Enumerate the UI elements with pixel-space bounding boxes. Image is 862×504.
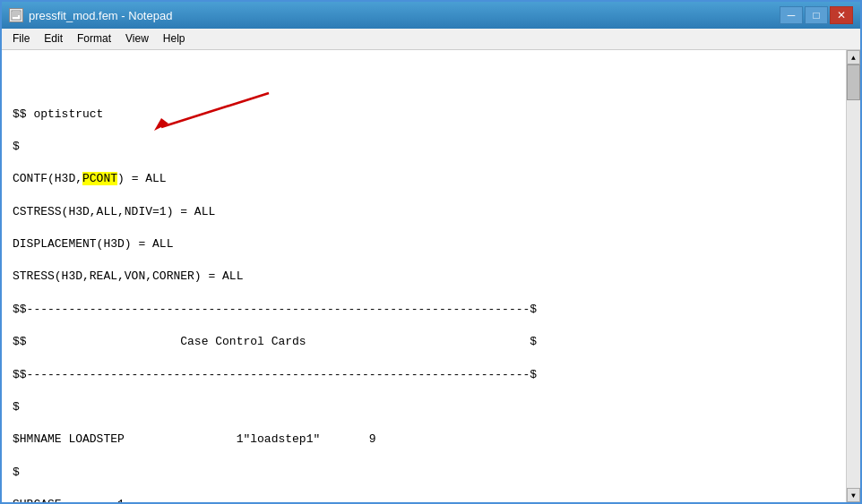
line-11: $HMNAME LOADSTEP 1"loadstep1" 9 xyxy=(13,431,835,448)
maximize-button[interactable]: □ xyxy=(805,6,828,24)
line-2: $ xyxy=(13,139,835,155)
line-7: $$--------------------------------------… xyxy=(13,302,835,318)
window-title: pressfit_mod.fem - Notepad xyxy=(29,9,172,22)
line-4: CSTRESS(H3D,ALL,NDIV=1) = ALL xyxy=(13,204,835,220)
close-button[interactable]: ✕ xyxy=(830,6,853,24)
scroll-down-arrow[interactable]: ▼ xyxy=(847,488,860,502)
content-area: $$ optistruct $ CONTF(H3D,PCONT) = ALL C… xyxy=(2,50,860,502)
window-controls: ─ □ ✕ xyxy=(780,6,853,24)
menu-format[interactable]: Format xyxy=(70,30,118,47)
line-12: $ xyxy=(13,465,835,481)
main-window: pressfit_mod.fem - Notepad ─ □ ✕ File Ed… xyxy=(0,0,862,504)
scroll-up-arrow[interactable]: ▲ xyxy=(847,50,860,64)
minimize-button[interactable]: ─ xyxy=(780,6,803,24)
line-6: STRESS(H3D,REAL,VON,CORNER) = ALL xyxy=(13,269,835,285)
menu-help[interactable]: Help xyxy=(156,30,193,47)
line-9: $$--------------------------------------… xyxy=(13,367,835,383)
line-13: SUBCASE 1 xyxy=(13,497,835,502)
title-bar: pressfit_mod.fem - Notepad ─ □ ✕ xyxy=(2,2,860,29)
scrollbar-thumb[interactable] xyxy=(847,64,860,100)
line-1: $$ optistruct xyxy=(13,107,835,123)
menu-edit[interactable]: Edit xyxy=(37,30,70,47)
line-3: CONTF(H3D,PCONT) = ALL xyxy=(13,171,835,187)
title-bar-left: pressfit_mod.fem - Notepad xyxy=(9,8,172,22)
app-icon xyxy=(9,8,23,22)
line-10: $ xyxy=(13,399,835,415)
scrollbar-track[interactable] xyxy=(847,64,860,488)
menu-view[interactable]: View xyxy=(118,30,156,47)
menu-bar: File Edit Format View Help xyxy=(2,29,860,50)
vertical-scrollbar[interactable]: ▲ ▼ xyxy=(846,50,860,502)
text-editor[interactable]: $$ optistruct $ CONTF(H3D,PCONT) = ALL C… xyxy=(2,50,846,502)
line-8: $$ Case Control Cards $ xyxy=(13,334,835,350)
menu-file[interactable]: File xyxy=(5,30,37,47)
line-5: DISPLACEMENT(H3D) = ALL xyxy=(13,236,835,252)
